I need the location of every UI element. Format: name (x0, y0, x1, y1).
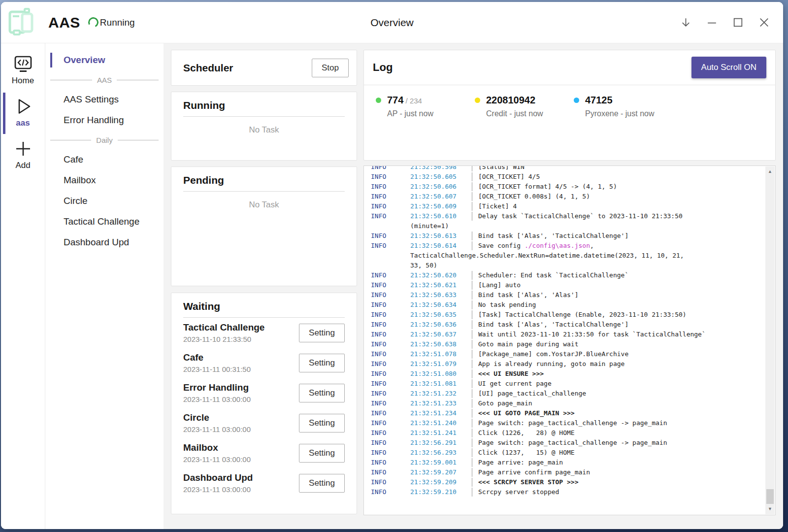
scrollbar-thumb[interactable] (766, 489, 774, 504)
resource-stat-body: 47125Pyroxene - just now (585, 95, 655, 118)
log-message-wrap: TacticalChallenge.Scheduler.NextRun=date… (410, 251, 760, 261)
rail-item-aas[interactable]: aas (1, 94, 45, 132)
log-separator (472, 192, 478, 201)
log-line: INFO21:32:50.621[Lang] auto (371, 280, 760, 290)
log-separator (472, 448, 478, 457)
log-timestamp: 21:32:51.241 (410, 428, 472, 438)
log-message: [OCR_TICKET format] 4/5 -> (4, 1, 5) (478, 182, 760, 192)
log-message: [Status] WIN (478, 166, 760, 172)
task-setting-button[interactable]: Setting (299, 354, 345, 372)
running-title: Running (183, 100, 345, 111)
status-dot-icon (574, 98, 579, 103)
log-timestamp: 21:32:50.638 (410, 339, 472, 349)
log-timestamp: 21:32:56.293 (410, 448, 472, 458)
waiting-task-info: Cafe2023-11-11 00:31:50 (183, 352, 299, 373)
log-timestamp: 21:32:50.621 (410, 280, 472, 290)
log-level: INFO (371, 339, 410, 349)
sidebar-item-mailbox[interactable]: Mailbox (45, 170, 164, 191)
sidebar-item-circle[interactable]: Circle (45, 191, 164, 211)
divider (183, 116, 345, 117)
sidebar-item-error-handling[interactable]: Error Handling (45, 110, 164, 131)
sidebar-item-dashboard-upd[interactable]: Dashboard Upd (45, 232, 164, 253)
task-setting-button[interactable]: Setting (299, 474, 345, 493)
log-console[interactable]: INFO21:32:50.598[Status] WININFO21:32:50… (363, 166, 776, 515)
nav-rail: HomeaasAdd (1, 43, 45, 529)
log-line: INFO21:32:50.620Scheduler: End task `Tac… (371, 270, 760, 280)
log-separator (472, 468, 478, 477)
log-message: App is already running, goto main page (478, 359, 760, 369)
resource-stat: 220810942Credit - just now (475, 95, 574, 118)
task-setting-button[interactable]: Setting (299, 444, 345, 463)
log-line: INFO21:32:50.605[OCR_TICKET] 4/5 (371, 172, 760, 182)
hide-to-tray-button[interactable] (676, 13, 695, 32)
rail-item-add[interactable]: Add (1, 136, 45, 174)
pending-empty-label: No Task (183, 200, 345, 210)
log-separator (472, 369, 478, 378)
log-message: Delay task `TacticalChallenge` to 2023-1… (478, 211, 760, 221)
status-dot-icon (475, 98, 480, 103)
main-content: Scheduler Stop Running No Task Pending N… (164, 43, 783, 529)
waiting-task-row: Mailbox2023-11-11 03:00:00Setting (183, 438, 345, 468)
waiting-task-row: Cafe2023-11-11 00:31:50Setting (183, 348, 345, 378)
rail-item-home[interactable]: Home (1, 51, 45, 90)
log-timestamp: 21:32:51.079 (410, 359, 472, 369)
waiting-task-name: Tactical Challenge (183, 322, 299, 333)
log-line: INFO21:32:50.634No task pending (371, 300, 760, 310)
log-separator (472, 488, 478, 497)
app-name: AAS (48, 14, 80, 31)
waiting-card: Waiting Tactical Challenge2023-11-10 21:… (171, 293, 357, 514)
log-level-empty (371, 261, 410, 270)
log-line: INFO21:32:50.606[OCR_TICKET format] 4/5 … (371, 182, 760, 192)
divider-line (50, 80, 92, 80)
waiting-task-row: Tactical Challenge2023-11-10 21:33:50Set… (183, 318, 345, 348)
sidebar-item-cafe[interactable]: Cafe (45, 149, 164, 170)
log-message: [OCR_TICKET] 4/5 (478, 172, 760, 182)
menu-section-aas: AAS (45, 70, 164, 89)
resource-stat-body: 220810942Credit - just now (486, 95, 543, 118)
log-separator (472, 202, 478, 211)
task-setting-button[interactable]: Setting (299, 324, 345, 342)
log-message: <<< UI ENSURE >>> (478, 369, 760, 379)
log-level: INFO (371, 458, 410, 467)
log-level: INFO (371, 448, 410, 458)
log-line: INFO21:32:51.234<<< UI GOTO PAGE_MAIN >>… (371, 408, 760, 418)
sidebar-item-aas-settings[interactable]: AAS Settings (45, 89, 164, 110)
scroll-up-icon[interactable]: ▲ (765, 167, 775, 176)
log-level: INFO (371, 241, 410, 251)
task-setting-button[interactable]: Setting (299, 414, 345, 432)
waiting-task-row: Dashboard Upd2023-11-11 03:00:00Setting (183, 468, 345, 498)
maximize-button[interactable] (728, 13, 747, 32)
stop-button[interactable]: Stop (312, 59, 349, 77)
log-level: INFO (371, 477, 410, 487)
log-level: INFO (371, 192, 410, 201)
menu-section-label: Daily (96, 136, 112, 144)
log-message: Page switch: page_tactical_challenge -> … (478, 438, 760, 448)
scheduler-title: Scheduler (183, 62, 312, 74)
waiting-task-time: 2023-11-11 00:31:50 (183, 365, 299, 373)
log-level: INFO (371, 408, 410, 418)
arrow-down-icon (680, 16, 692, 29)
auto-scroll-toggle[interactable]: Auto Scroll ON (691, 57, 766, 78)
close-button[interactable] (755, 13, 773, 32)
minimize-button[interactable] (702, 13, 721, 32)
log-message: [Ticket] 4 (478, 201, 760, 211)
log-separator (472, 438, 478, 447)
log-separator (472, 172, 478, 181)
sidebar-item-overview[interactable]: Overview (45, 50, 164, 70)
log-level: INFO (371, 290, 410, 300)
play-icon (13, 97, 33, 116)
waiting-task-name: Circle (183, 412, 299, 423)
log-separator (472, 232, 478, 240)
log-timestamp: 21:32:59.209 (410, 477, 472, 487)
task-setting-button[interactable]: Setting (299, 384, 345, 402)
log-timestamp: 21:32:50.620 (410, 270, 472, 280)
scroll-down-icon[interactable]: ▼ (765, 505, 775, 513)
rail-item-label: Add (15, 161, 30, 170)
log-level: INFO (371, 399, 410, 408)
log-scrollbar[interactable]: ▲ ▼ (765, 166, 775, 514)
resource-label: AP - just now (387, 109, 433, 118)
log-timestamp: 21:32:50.633 (410, 290, 472, 300)
log-level: INFO (371, 379, 410, 389)
sidebar-item-tactical-challenge[interactable]: Tactical Challenge (45, 211, 164, 232)
log-timestamp: 21:32:50.609 (410, 201, 472, 211)
